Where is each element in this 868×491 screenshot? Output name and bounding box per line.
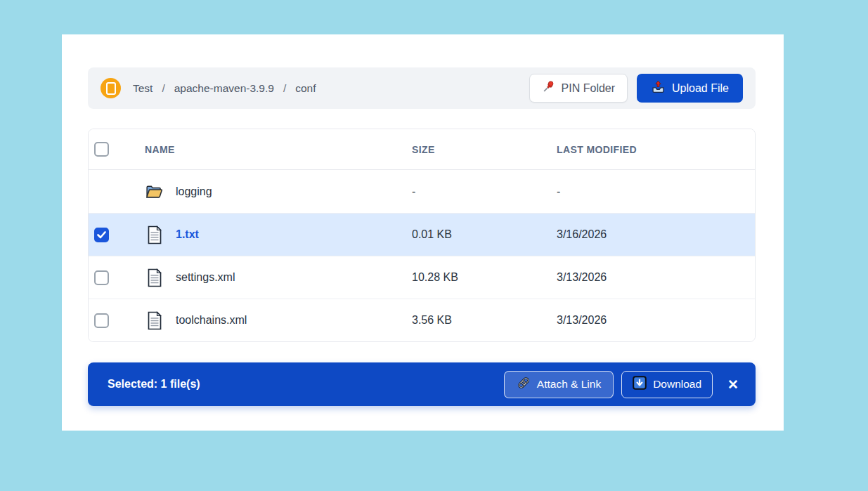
file-size: 0.01 KB (412, 228, 452, 240)
breadcrumb-item-apache-maven[interactable]: apache-maven-3.9.9 (174, 82, 274, 95)
file-modified: - (557, 185, 560, 197)
workspace-logo-icon (101, 78, 121, 98)
upload-file-button[interactable]: Upload File (637, 74, 743, 103)
file-size: 3.56 KB (412, 314, 452, 326)
pin-folder-label: PIN Folder (562, 82, 615, 95)
download-icon (633, 376, 647, 393)
link-icon (517, 376, 531, 393)
pin-folder-button[interactable]: PIN Folder (529, 74, 628, 103)
document-icon (145, 311, 164, 330)
breadcrumb-item-test[interactable]: Test (133, 82, 153, 95)
row-checkbox-settings-xml[interactable] (94, 270, 109, 285)
row-checkbox-toolchains-xml[interactable] (94, 313, 109, 328)
document-icon (145, 225, 164, 244)
file-name-settings-xml[interactable]: settings.xml (176, 271, 235, 284)
selection-status: Selected: 1 file(s) (108, 378, 200, 391)
select-all-checkbox[interactable] (94, 142, 109, 157)
download-button[interactable]: Download (621, 371, 713, 398)
table-row-1-txt: 1.txt 0.01 KB 3/16/2026 (89, 213, 755, 256)
download-label: Download (653, 378, 701, 391)
breadcrumb-item-conf[interactable]: conf (295, 82, 316, 95)
file-name-1-txt[interactable]: 1.txt (176, 228, 199, 241)
column-header-size: SIZE (412, 144, 435, 155)
table-row-logging: logging - - (89, 170, 755, 213)
upload-tray-icon (651, 79, 666, 97)
file-modified: 3/16/2026 (557, 228, 607, 240)
breadcrumb: Test / apache-maven-3.9.9 / conf (133, 82, 316, 95)
folder-icon (145, 183, 164, 200)
document-icon (145, 268, 164, 287)
file-modified: 3/13/2026 (557, 271, 607, 283)
file-modified: 3/13/2026 (557, 314, 607, 326)
upload-file-label: Upload File (672, 82, 729, 95)
row-checkbox-1-txt[interactable] (94, 228, 109, 242)
attach-link-button[interactable]: Attach & Link (504, 371, 614, 398)
breadcrumb-separator: / (283, 82, 286, 95)
file-size: - (412, 185, 415, 197)
breadcrumb-bar: Test / apache-maven-3.9.9 / conf PIN Fol… (88, 67, 756, 109)
table-row-toolchains-xml: toolchains.xml 3.56 KB 3/13/2026 (89, 299, 755, 341)
column-header-name: NAME (145, 144, 175, 155)
selection-action-bar: Selected: 1 file(s) Attach & Link (88, 362, 756, 406)
table-row-settings-xml: settings.xml 10.28 KB 3/13/2026 (89, 256, 755, 299)
close-icon[interactable]: ✕ (727, 378, 739, 391)
attach-link-label: Attach & Link (537, 378, 601, 391)
file-name-toolchains-xml[interactable]: toolchains.xml (176, 314, 247, 327)
pushpin-icon (542, 80, 555, 96)
table-header-row: NAME SIZE LAST MODIFIED (89, 129, 755, 170)
column-header-last-modified: LAST MODIFIED (557, 144, 637, 155)
file-name-logging[interactable]: logging (176, 185, 212, 198)
file-size: 10.28 KB (412, 271, 458, 283)
file-manager-card: Test / apache-maven-3.9.9 / conf PIN Fol… (62, 34, 784, 431)
breadcrumb-separator: / (162, 82, 164, 95)
file-table: NAME SIZE LAST MODIFIED logging - (88, 129, 756, 342)
